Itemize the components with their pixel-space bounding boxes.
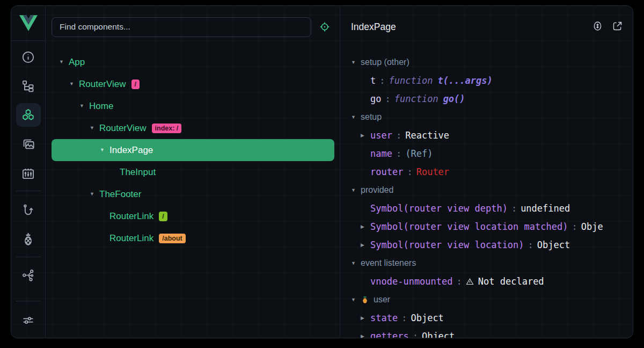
section-event-listeners[interactable]: ▼ event listeners	[340, 254, 633, 272]
state-key: go	[370, 93, 381, 104]
state-row-user[interactable]: ▶ user : Reactive	[340, 126, 633, 144]
section-user-store[interactable]: ▼ user	[340, 291, 633, 309]
search-input[interactable]	[52, 17, 311, 37]
settings-sliders-icon[interactable]	[16, 306, 41, 335]
state-row-symbol-depth[interactable]: Symbol(router view depth) : undefined	[340, 199, 633, 218]
info-icon[interactable]	[16, 42, 41, 71]
warning-icon	[466, 278, 474, 286]
state-row-router[interactable]: router : Router	[340, 163, 633, 181]
state-key: Symbol(router view depth)	[370, 203, 508, 214]
chevron-down-icon[interactable]: ▼	[59, 51, 69, 73]
router-hook-icon[interactable]	[16, 195, 41, 224]
route-badge: index: /	[152, 124, 182, 133]
state-header: IndexPage	[340, 6, 633, 48]
state-value: Not declared	[478, 276, 544, 287]
tree-item-routerview-index[interactable]: ▼ RouterView index: /	[52, 117, 334, 139]
devtools-window: ▼ App ▼ RouterView / ▼ Home ▼ RouterView…	[11, 5, 633, 338]
chevron-down-icon[interactable]: ▼	[351, 260, 361, 266]
chevron-down-icon[interactable]: ▼	[351, 297, 361, 302]
chevron-down-icon[interactable]: ▼	[90, 183, 99, 205]
component-name: App	[69, 51, 85, 73]
section-setup[interactable]: ▼ setup	[340, 108, 633, 126]
tree-item-indexpage-selected[interactable]: ▼ IndexPage	[52, 139, 334, 161]
state-row-symbol-matched[interactable]: ▶ Symbol(router view location matched) :…	[340, 218, 633, 236]
pinia-pineapple-icon[interactable]	[16, 224, 41, 253]
tree-item-home[interactable]: ▼ Home	[52, 95, 334, 117]
state-key: name	[370, 148, 392, 159]
section-label: setup	[361, 112, 382, 122]
state-key: vnode-unmounted	[370, 276, 453, 287]
assets-icon[interactable]	[16, 129, 41, 158]
state-key: Symbol(router view location matched)	[370, 221, 568, 232]
function-signature: go()	[443, 93, 465, 104]
state-sections: ▼ setup (other) t : function t(...args) …	[340, 48, 633, 338]
function-signature: t(...args)	[437, 75, 492, 86]
route-badge: /	[131, 79, 140, 89]
chevron-down-icon[interactable]: ▼	[79, 95, 89, 117]
chevron-down-icon[interactable]: ▼	[351, 187, 361, 193]
chevron-down-icon[interactable]: ▼	[100, 139, 109, 161]
tree-item-routerlink-home[interactable]: RouterLink /	[52, 205, 334, 227]
component-name: RouterLink	[109, 205, 153, 227]
component-name: RouterView	[99, 117, 147, 139]
component-name: TheFooter	[99, 183, 141, 205]
chevron-right-icon[interactable]: ▶	[361, 224, 370, 229]
sidebar-divider	[16, 191, 41, 191]
inspect-target-icon[interactable]	[319, 21, 331, 33]
state-key: router	[370, 166, 403, 177]
tree-item-theinput[interactable]: TheInput	[52, 161, 334, 183]
tree-item-app[interactable]: ▼ App	[52, 51, 334, 73]
tree-item-routerlink-about[interactable]: RouterLink /about	[52, 227, 334, 249]
section-label: event listeners	[361, 258, 416, 268]
component-name: RouterLink	[109, 227, 153, 249]
vue-logo[interactable]	[11, 6, 45, 41]
component-name: RouterView	[79, 73, 126, 95]
chevron-down-icon[interactable]: ▼	[351, 60, 361, 65]
sidebar-divider	[16, 301, 41, 301]
chevron-down-icon[interactable]: ▼	[351, 114, 361, 120]
state-key: Symbol(router view location)	[370, 240, 524, 250]
component-name: Home	[89, 95, 113, 117]
chevron-down-icon[interactable]: ▼	[90, 117, 99, 139]
tree-toolbar	[46, 6, 340, 48]
section-label: setup (other)	[361, 57, 409, 67]
state-row-name[interactable]: name : (Ref)	[340, 144, 633, 163]
state-row-t[interactable]: t : function t(...args)	[340, 71, 633, 90]
pineapple-emoji-icon	[361, 295, 369, 305]
mixer-panel-icon[interactable]	[16, 158, 41, 187]
state-key: getters	[370, 331, 409, 338]
sidebar-divider	[16, 257, 41, 257]
chevron-right-icon[interactable]: ▶	[361, 315, 370, 321]
section-provided[interactable]: ▼ provided	[340, 181, 633, 199]
scroll-sync-icon[interactable]	[592, 20, 603, 34]
components-icon[interactable]	[16, 100, 41, 129]
state-value: Reactive	[405, 130, 449, 141]
state-row-symbol-location[interactable]: ▶ Symbol(router view location) : Object	[340, 236, 633, 254]
state-row-getters[interactable]: ▶ getters : Object	[340, 327, 633, 338]
state-value: Obje	[581, 221, 603, 232]
state-value-ref: (Ref)	[405, 148, 433, 159]
state-value: Object	[537, 240, 570, 250]
function-keyword: function	[394, 93, 438, 104]
state-row-state[interactable]: ▶ state : Object	[340, 309, 633, 327]
section-setup-other[interactable]: ▼ setup (other)	[340, 53, 633, 71]
tree-item-routerview[interactable]: ▼ RouterView /	[52, 73, 334, 95]
chevron-right-icon[interactable]: ▶	[361, 133, 370, 138]
state-row-vnode-unmounted[interactable]: vnode-unmounted : Not declared	[340, 272, 633, 291]
route-badge: /	[159, 212, 167, 221]
state-key: state	[370, 313, 398, 323]
chevron-down-icon[interactable]: ▼	[69, 73, 79, 95]
section-label: user	[374, 295, 390, 305]
open-in-new-icon[interactable]	[612, 20, 623, 34]
sidebar	[11, 6, 46, 338]
function-keyword: function	[389, 75, 433, 86]
route-badge: /about	[159, 234, 186, 243]
chevron-right-icon[interactable]: ▶	[361, 334, 370, 338]
state-value: Object	[422, 331, 455, 338]
module-graph-icon[interactable]	[16, 260, 41, 289]
component-name: TheInput	[120, 161, 156, 183]
tree-item-thefooter[interactable]: ▼ TheFooter	[52, 183, 334, 205]
inspector-tree-icon[interactable]	[16, 71, 41, 100]
chevron-right-icon[interactable]: ▶	[361, 242, 370, 248]
state-row-go[interactable]: go : function go()	[340, 90, 633, 108]
